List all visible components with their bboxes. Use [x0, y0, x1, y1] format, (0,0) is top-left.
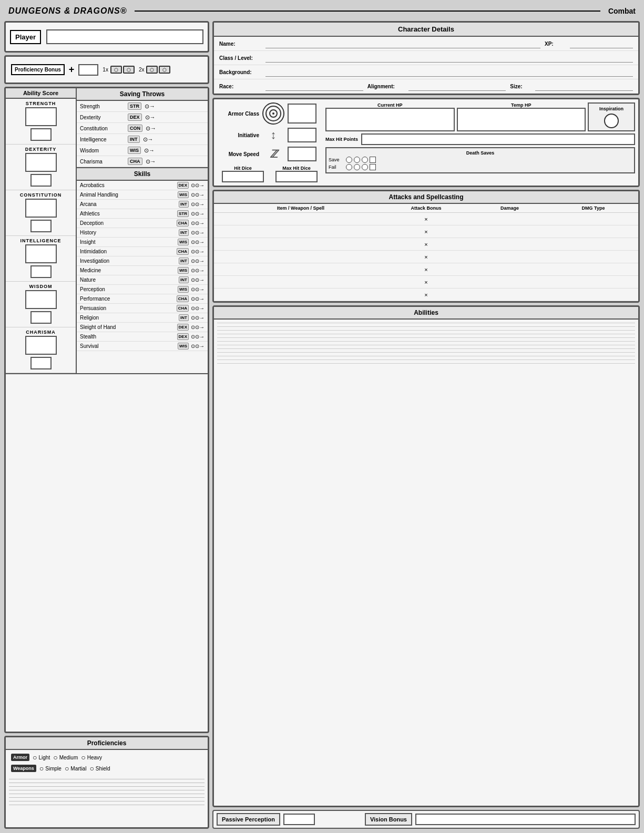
weapons-shield[interactable]: ○ Shield — [89, 764, 110, 773]
attack-row-4: × — [214, 251, 638, 263]
skill-arcana: Arcana INT ⊙⊙→ — [77, 200, 208, 209]
attacks-header: Attacks and Spellcasting — [214, 191, 638, 204]
move-speed-label: Move Speed — [217, 151, 259, 157]
max-hp-field[interactable] — [361, 133, 635, 145]
character-details-panel: Character Details Name: XP: Class / Leve… — [212, 21, 640, 95]
weapons-shield-radio[interactable]: ○ — [89, 764, 94, 773]
save-square[interactable] — [370, 157, 376, 163]
proficiency-box[interactable] — [78, 64, 98, 76]
passive-perception-field[interactable] — [283, 814, 315, 825]
bottom-row: Passive Perception Vision Bonus — [212, 810, 640, 829]
prof-dice-1x: 1x ⬡ ⬡ — [103, 66, 135, 74]
constitution-mod[interactable] — [30, 220, 52, 232]
move-speed-field[interactable] — [288, 147, 316, 161]
hit-dice-field[interactable] — [222, 171, 264, 182]
armor-light-radio[interactable]: ○ — [33, 753, 37, 762]
vision-bonus-field[interactable] — [415, 814, 636, 825]
armor-heavy-radio[interactable]: ○ — [81, 753, 85, 762]
player-panel: Player — [4, 21, 209, 53]
move-speed-icon: ℤ — [262, 146, 284, 162]
strength-score[interactable] — [25, 107, 57, 126]
strength-mod[interactable] — [30, 128, 52, 141]
abil-line-1 — [217, 323, 635, 323]
dice-pair-2: ⬡ ⬡ — [146, 66, 170, 74]
weapons-martial-radio[interactable]: ○ — [65, 764, 69, 773]
save-circle-1[interactable] — [346, 157, 352, 163]
abil-line-8 — [217, 348, 635, 349]
abil-line-6 — [217, 341, 635, 342]
main-content: Player Proficiency Bonus + 1x ⬡ ⬡ 2x — [4, 21, 640, 829]
skill-perception: Perception WIS ⊙⊙→ — [77, 285, 208, 294]
wisdom-block: WISDOM — [6, 282, 76, 327]
dice-icon-1a: ⬡ — [110, 66, 122, 74]
max-hit-dice-field[interactable] — [275, 171, 318, 182]
xp-label: XP: — [545, 41, 566, 47]
skill-acrobatics: Acrobatics DEX ⊙⊙→ — [77, 181, 208, 190]
intelligence-mod[interactable] — [30, 265, 52, 278]
saving-dex-circles: ⊙→ — [145, 114, 156, 121]
size-field[interactable] — [535, 81, 633, 91]
temp-hp-field[interactable] — [457, 108, 586, 131]
strength-label: STRENGTH — [26, 101, 56, 106]
constitution-label: CONSTITUTION — [20, 192, 62, 198]
save-circle-3[interactable] — [362, 157, 368, 163]
attacks-col-headers: Item / Weapon / Spell Attack Bonus Damag… — [214, 204, 638, 213]
current-hp-label: Current HP — [377, 102, 403, 108]
intelligence-label: INTELLIGENCE — [20, 238, 61, 243]
dice-icon-2b: ⬡ — [159, 66, 170, 74]
armor-medium[interactable]: ○ Medium — [53, 753, 78, 762]
attack-row-7: × — [214, 289, 638, 301]
abil-line-5 — [217, 337, 635, 338]
intelligence-score[interactable] — [25, 244, 57, 263]
charisma-mod[interactable] — [30, 357, 52, 369]
attack-row-5: × — [214, 263, 638, 276]
armor-medium-label: Medium — [59, 755, 78, 760]
charisma-score[interactable] — [25, 336, 57, 355]
fail-circle-1[interactable] — [346, 164, 352, 170]
attack-cross-7: × — [384, 292, 468, 298]
initiative-field[interactable] — [288, 128, 316, 142]
skill-persuasion: Persuasion CHA ⊙⊙→ — [77, 304, 208, 313]
background-row: Background: — [214, 65, 638, 79]
armor-light[interactable]: ○ Light — [33, 753, 50, 762]
save-circle-2[interactable] — [354, 157, 360, 163]
race-field[interactable] — [265, 81, 363, 91]
armor-medium-radio[interactable]: ○ — [53, 753, 57, 762]
wisdom-score[interactable] — [25, 290, 57, 309]
dexterity-mod[interactable] — [30, 174, 52, 187]
wisdom-mod[interactable] — [30, 311, 52, 324]
max-hit-dice-block: Max Hit Dice — [271, 166, 322, 182]
player-label: Player — [10, 30, 41, 44]
background-field[interactable] — [265, 67, 633, 77]
alignment-field[interactable] — [408, 81, 506, 91]
current-hp-field[interactable] — [325, 108, 455, 131]
armor-light-label: Light — [38, 755, 50, 760]
class-field[interactable] — [265, 53, 633, 63]
dexterity-label: DEXTERITY — [25, 147, 57, 152]
weapons-simple-radio[interactable]: ○ — [39, 764, 44, 773]
combat-left-stats: Armor Class — [217, 102, 322, 182]
inspiration-circle[interactable] — [604, 114, 619, 128]
fail-square[interactable] — [370, 164, 376, 170]
fail-circle-3[interactable] — [362, 164, 368, 170]
fail-circle-2[interactable] — [354, 164, 360, 170]
proficiency-plus: + — [69, 64, 75, 75]
hit-dice-block: Hit Dice — [217, 166, 269, 182]
name-field[interactable] — [265, 39, 540, 48]
weapons-martial[interactable]: ○ Martial — [65, 764, 86, 773]
background-label: Background: — [219, 69, 261, 75]
dice-icon-1b: ⬡ — [123, 66, 135, 74]
ability-scores-col: Ability Score STRENGTH DEXTERITY — [6, 88, 77, 373]
weapons-simple[interactable]: ○ Simple — [39, 764, 62, 773]
proficiencies-header: Proficiencies — [6, 737, 208, 750]
ability-saving-row: Ability Score STRENGTH DEXTERITY — [6, 88, 208, 374]
armor-heavy[interactable]: ○ Heavy — [81, 753, 102, 762]
note-line-1 — [9, 779, 205, 779]
dexterity-score[interactable] — [25, 153, 57, 172]
xp-field[interactable] — [570, 39, 633, 48]
player-input[interactable] — [46, 29, 203, 44]
constitution-score[interactable] — [25, 199, 57, 218]
armor-class-field[interactable] — [288, 104, 316, 124]
weapons-martial-label: Martial — [70, 766, 86, 772]
left-column: Player Proficiency Bonus + 1x ⬡ ⬡ 2x — [4, 21, 209, 829]
